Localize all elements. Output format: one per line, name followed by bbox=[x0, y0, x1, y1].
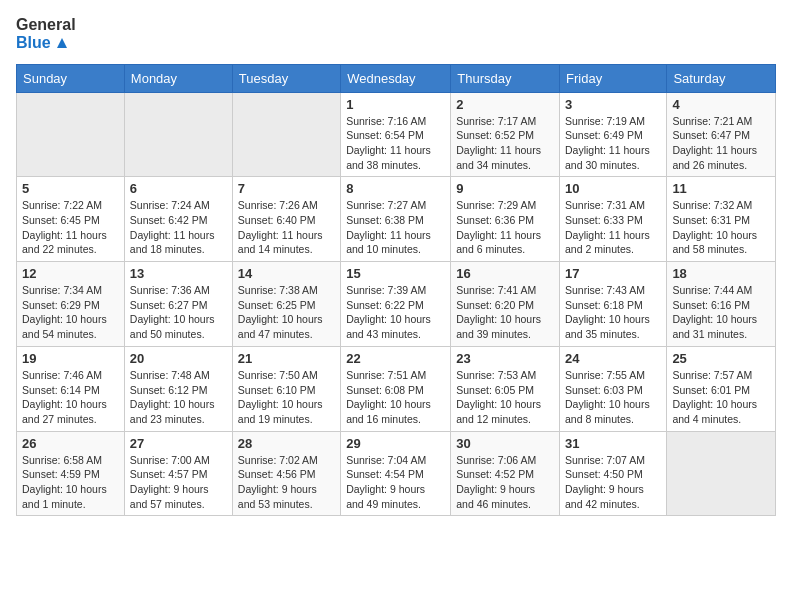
calendar-cell: 14 Sunrise: 7:38 AMSunset: 6:25 PMDaylig… bbox=[232, 262, 340, 347]
day-info: Sunrise: 7:21 AMSunset: 6:47 PMDaylight:… bbox=[672, 114, 770, 173]
day-info: Sunrise: 7:24 AMSunset: 6:42 PMDaylight:… bbox=[130, 198, 227, 257]
day-number: 8 bbox=[346, 181, 445, 196]
day-info: Sunrise: 7:44 AMSunset: 6:16 PMDaylight:… bbox=[672, 283, 770, 342]
calendar-cell: 2 Sunrise: 7:17 AMSunset: 6:52 PMDayligh… bbox=[451, 92, 560, 177]
day-number: 17 bbox=[565, 266, 661, 281]
day-number: 6 bbox=[130, 181, 227, 196]
day-number: 22 bbox=[346, 351, 445, 366]
day-number: 10 bbox=[565, 181, 661, 196]
day-info: Sunrise: 7:50 AMSunset: 6:10 PMDaylight:… bbox=[238, 368, 335, 427]
day-info: Sunrise: 7:57 AMSunset: 6:01 PMDaylight:… bbox=[672, 368, 770, 427]
day-number: 9 bbox=[456, 181, 554, 196]
calendar-cell: 8 Sunrise: 7:27 AMSunset: 6:38 PMDayligh… bbox=[341, 177, 451, 262]
calendar-cell: 3 Sunrise: 7:19 AMSunset: 6:49 PMDayligh… bbox=[560, 92, 667, 177]
day-info: Sunrise: 7:39 AMSunset: 6:22 PMDaylight:… bbox=[346, 283, 445, 342]
calendar-cell: 5 Sunrise: 7:22 AMSunset: 6:45 PMDayligh… bbox=[17, 177, 125, 262]
day-number: 18 bbox=[672, 266, 770, 281]
day-info: Sunrise: 7:48 AMSunset: 6:12 PMDaylight:… bbox=[130, 368, 227, 427]
weekday-header-tuesday: Tuesday bbox=[232, 64, 340, 92]
calendar-cell: 18 Sunrise: 7:44 AMSunset: 6:16 PMDaylig… bbox=[667, 262, 776, 347]
day-info: Sunrise: 7:22 AMSunset: 6:45 PMDaylight:… bbox=[22, 198, 119, 257]
day-info: Sunrise: 7:36 AMSunset: 6:27 PMDaylight:… bbox=[130, 283, 227, 342]
day-info: Sunrise: 7:38 AMSunset: 6:25 PMDaylight:… bbox=[238, 283, 335, 342]
calendar-week-row: 19 Sunrise: 7:46 AMSunset: 6:14 PMDaylig… bbox=[17, 346, 776, 431]
calendar-cell: 26 Sunrise: 6:58 AMSunset: 4:59 PMDaylig… bbox=[17, 431, 125, 516]
day-info: Sunrise: 7:41 AMSunset: 6:20 PMDaylight:… bbox=[456, 283, 554, 342]
day-number: 25 bbox=[672, 351, 770, 366]
calendar-cell: 28 Sunrise: 7:02 AMSunset: 4:56 PMDaylig… bbox=[232, 431, 340, 516]
day-info: Sunrise: 7:51 AMSunset: 6:08 PMDaylight:… bbox=[346, 368, 445, 427]
day-number: 29 bbox=[346, 436, 445, 451]
day-info: Sunrise: 7:53 AMSunset: 6:05 PMDaylight:… bbox=[456, 368, 554, 427]
day-number: 19 bbox=[22, 351, 119, 366]
calendar-cell: 30 Sunrise: 7:06 AMSunset: 4:52 PMDaylig… bbox=[451, 431, 560, 516]
day-info: Sunrise: 7:02 AMSunset: 4:56 PMDaylight:… bbox=[238, 453, 335, 512]
calendar-cell: 6 Sunrise: 7:24 AMSunset: 6:42 PMDayligh… bbox=[124, 177, 232, 262]
day-number: 16 bbox=[456, 266, 554, 281]
logo-blue: Blue bbox=[16, 34, 76, 52]
calendar-week-row: 26 Sunrise: 6:58 AMSunset: 4:59 PMDaylig… bbox=[17, 431, 776, 516]
svg-marker-0 bbox=[57, 38, 67, 48]
day-number: 24 bbox=[565, 351, 661, 366]
calendar-cell: 23 Sunrise: 7:53 AMSunset: 6:05 PMDaylig… bbox=[451, 346, 560, 431]
calendar-cell: 22 Sunrise: 7:51 AMSunset: 6:08 PMDaylig… bbox=[341, 346, 451, 431]
weekday-header-wednesday: Wednesday bbox=[341, 64, 451, 92]
calendar-cell: 10 Sunrise: 7:31 AMSunset: 6:33 PMDaylig… bbox=[560, 177, 667, 262]
day-number: 15 bbox=[346, 266, 445, 281]
calendar-week-row: 1 Sunrise: 7:16 AMSunset: 6:54 PMDayligh… bbox=[17, 92, 776, 177]
calendar-cell bbox=[124, 92, 232, 177]
weekday-header-monday: Monday bbox=[124, 64, 232, 92]
day-info: Sunrise: 7:04 AMSunset: 4:54 PMDaylight:… bbox=[346, 453, 445, 512]
day-number: 12 bbox=[22, 266, 119, 281]
day-number: 23 bbox=[456, 351, 554, 366]
day-info: Sunrise: 7:55 AMSunset: 6:03 PMDaylight:… bbox=[565, 368, 661, 427]
calendar-cell: 17 Sunrise: 7:43 AMSunset: 6:18 PMDaylig… bbox=[560, 262, 667, 347]
day-number: 11 bbox=[672, 181, 770, 196]
calendar-cell: 11 Sunrise: 7:32 AMSunset: 6:31 PMDaylig… bbox=[667, 177, 776, 262]
day-number: 4 bbox=[672, 97, 770, 112]
day-number: 30 bbox=[456, 436, 554, 451]
day-info: Sunrise: 7:00 AMSunset: 4:57 PMDaylight:… bbox=[130, 453, 227, 512]
calendar-cell: 24 Sunrise: 7:55 AMSunset: 6:03 PMDaylig… bbox=[560, 346, 667, 431]
weekday-header-saturday: Saturday bbox=[667, 64, 776, 92]
day-number: 26 bbox=[22, 436, 119, 451]
logo: General Blue bbox=[16, 16, 76, 52]
day-number: 28 bbox=[238, 436, 335, 451]
calendar-week-row: 12 Sunrise: 7:34 AMSunset: 6:29 PMDaylig… bbox=[17, 262, 776, 347]
day-info: Sunrise: 7:17 AMSunset: 6:52 PMDaylight:… bbox=[456, 114, 554, 173]
day-info: Sunrise: 7:07 AMSunset: 4:50 PMDaylight:… bbox=[565, 453, 661, 512]
day-number: 31 bbox=[565, 436, 661, 451]
day-number: 27 bbox=[130, 436, 227, 451]
day-info: Sunrise: 7:16 AMSunset: 6:54 PMDaylight:… bbox=[346, 114, 445, 173]
day-number: 21 bbox=[238, 351, 335, 366]
calendar-week-row: 5 Sunrise: 7:22 AMSunset: 6:45 PMDayligh… bbox=[17, 177, 776, 262]
calendar-cell: 29 Sunrise: 7:04 AMSunset: 4:54 PMDaylig… bbox=[341, 431, 451, 516]
logo-general: General bbox=[16, 16, 76, 34]
day-info: Sunrise: 7:34 AMSunset: 6:29 PMDaylight:… bbox=[22, 283, 119, 342]
logo-triangle-icon bbox=[53, 34, 71, 52]
day-info: Sunrise: 7:46 AMSunset: 6:14 PMDaylight:… bbox=[22, 368, 119, 427]
day-number: 13 bbox=[130, 266, 227, 281]
day-info: Sunrise: 7:19 AMSunset: 6:49 PMDaylight:… bbox=[565, 114, 661, 173]
calendar-cell: 21 Sunrise: 7:50 AMSunset: 6:10 PMDaylig… bbox=[232, 346, 340, 431]
day-info: Sunrise: 7:32 AMSunset: 6:31 PMDaylight:… bbox=[672, 198, 770, 257]
calendar-cell: 27 Sunrise: 7:00 AMSunset: 4:57 PMDaylig… bbox=[124, 431, 232, 516]
calendar-cell: 12 Sunrise: 7:34 AMSunset: 6:29 PMDaylig… bbox=[17, 262, 125, 347]
calendar-cell: 25 Sunrise: 7:57 AMSunset: 6:01 PMDaylig… bbox=[667, 346, 776, 431]
day-number: 3 bbox=[565, 97, 661, 112]
weekday-header-thursday: Thursday bbox=[451, 64, 560, 92]
day-info: Sunrise: 7:29 AMSunset: 6:36 PMDaylight:… bbox=[456, 198, 554, 257]
page-header: General Blue bbox=[16, 16, 776, 52]
calendar-cell: 9 Sunrise: 7:29 AMSunset: 6:36 PMDayligh… bbox=[451, 177, 560, 262]
weekday-header-friday: Friday bbox=[560, 64, 667, 92]
calendar-cell: 19 Sunrise: 7:46 AMSunset: 6:14 PMDaylig… bbox=[17, 346, 125, 431]
day-info: Sunrise: 6:58 AMSunset: 4:59 PMDaylight:… bbox=[22, 453, 119, 512]
day-number: 2 bbox=[456, 97, 554, 112]
calendar-cell: 1 Sunrise: 7:16 AMSunset: 6:54 PMDayligh… bbox=[341, 92, 451, 177]
day-info: Sunrise: 7:06 AMSunset: 4:52 PMDaylight:… bbox=[456, 453, 554, 512]
day-number: 7 bbox=[238, 181, 335, 196]
calendar-cell: 20 Sunrise: 7:48 AMSunset: 6:12 PMDaylig… bbox=[124, 346, 232, 431]
day-info: Sunrise: 7:27 AMSunset: 6:38 PMDaylight:… bbox=[346, 198, 445, 257]
calendar-cell bbox=[667, 431, 776, 516]
calendar-cell bbox=[17, 92, 125, 177]
